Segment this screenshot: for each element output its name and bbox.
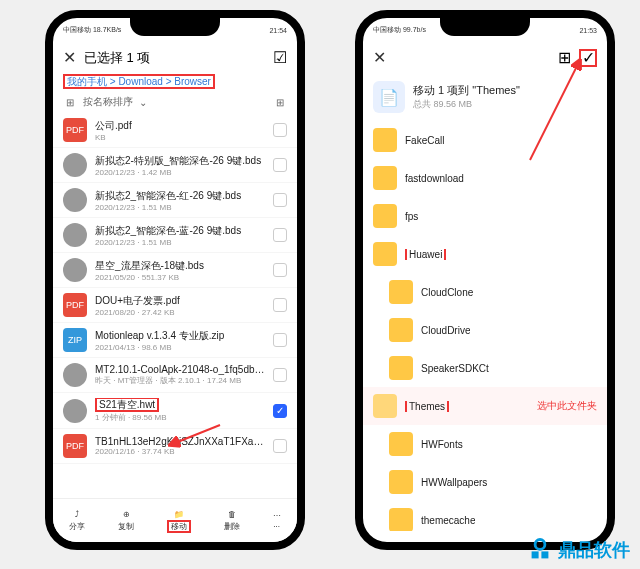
toolbar-复制[interactable]: ⊕复制 bbox=[118, 510, 134, 532]
svg-point-0 bbox=[535, 540, 545, 550]
file-meta: 2020/12/23 · 1.51 MB bbox=[95, 238, 265, 247]
close-icon[interactable]: ✕ bbox=[63, 48, 76, 67]
checkbox[interactable]: ✓ bbox=[273, 404, 287, 418]
file-meta: 2021/04/13 · 98.6 MB bbox=[95, 343, 265, 352]
folder-icon bbox=[389, 432, 413, 456]
brand-text: 鼎品软件 bbox=[558, 538, 630, 562]
file-row[interactable]: 新拟态2-特别版_智能深色-26 9键.bds 2020/12/23 · 1.4… bbox=[53, 148, 297, 183]
file-meta: 2021/05/20 · 551.37 KB bbox=[95, 273, 265, 282]
folder-row[interactable]: HWFonts bbox=[363, 425, 607, 463]
logo-icon bbox=[526, 536, 554, 564]
folder-row[interactable]: FakeCall bbox=[363, 121, 607, 159]
toolbar-label: ··· bbox=[273, 522, 280, 531]
grid-view-icon[interactable]: ⊞ bbox=[273, 95, 287, 109]
status-right: 21:54 bbox=[269, 27, 287, 34]
selected-hint: 选中此文件夹 bbox=[537, 399, 597, 413]
file-name: 星空_流星深色-18键.bds bbox=[95, 259, 265, 273]
folder-name: SpeakerSDKCt bbox=[421, 363, 489, 374]
folder-name: HWFonts bbox=[421, 439, 463, 450]
breadcrumb[interactable]: 我的手机 > Download > Browser bbox=[53, 73, 297, 91]
hwt-icon bbox=[63, 399, 87, 423]
folder-icon bbox=[389, 508, 413, 531]
checkbox[interactable] bbox=[273, 158, 287, 172]
toolbar-分享[interactable]: ⤴分享 bbox=[69, 510, 85, 532]
toolbar-删除[interactable]: 🗑删除 bbox=[224, 510, 240, 532]
checkbox[interactable] bbox=[273, 193, 287, 207]
folder-name: FakeCall bbox=[405, 135, 444, 146]
file-list[interactable]: PDF 公司.pdf KB 新拟态2-特别版_智能深色-26 9键.bds 20… bbox=[53, 113, 297, 503]
toolbar-···[interactable]: ⋯··· bbox=[273, 511, 281, 531]
phone-right: 中国移动 99.7b/s 21:53 ✕ ⊞ ✓ 📄 移动 1 项到 "Them… bbox=[355, 10, 615, 550]
file-name: 新拟态2-特别版_智能深色-26 9键.bds bbox=[95, 154, 265, 168]
bds-icon bbox=[63, 258, 87, 282]
checkbox[interactable] bbox=[273, 298, 287, 312]
file-row[interactable]: MT2.10.1-CoolApk-21048-o_1fq5db815urkhb1… bbox=[53, 358, 297, 393]
file-row[interactable]: 新拟态2_智能深色-蓝-26 9键.bds 2020/12/23 · 1.51 … bbox=[53, 218, 297, 253]
folder-row[interactable]: fastdownload bbox=[363, 159, 607, 197]
new-folder-icon[interactable]: ⊞ bbox=[557, 51, 571, 65]
file-row[interactable]: 新拟态2_智能深色-红-26 9键.bds 2020/12/23 · 1.51 … bbox=[53, 183, 297, 218]
folder-row[interactable]: fps bbox=[363, 197, 607, 235]
folder-icon bbox=[373, 128, 397, 152]
file-name: 公司.pdf bbox=[95, 119, 265, 133]
file-name: S21青空.hwt bbox=[95, 398, 265, 412]
file-row[interactable]: PDF TB1nHL13eH2gK0jSZJnXXaT1FXa.pdf 2020… bbox=[53, 429, 297, 464]
file-name: 新拟态2_智能深色-蓝-26 9键.bds bbox=[95, 224, 265, 238]
sort-label: 按名称排序 bbox=[83, 95, 133, 109]
file-name: TB1nHL13eH2gK0jSZJnXXaT1FXa.pdf bbox=[95, 436, 265, 447]
svg-rect-1 bbox=[532, 551, 539, 558]
select-all-icon[interactable]: ☑ bbox=[273, 51, 287, 65]
folder-row[interactable]: themecache bbox=[363, 501, 607, 531]
toolbar-label: 移动 bbox=[167, 521, 191, 532]
folder-row[interactable]: Themes 选中此文件夹 bbox=[363, 387, 607, 425]
status-left: 中国移动 99.7b/s bbox=[373, 25, 426, 35]
file-row[interactable]: ZIP Motionleap v.1.3.4 专业版.zip 2021/04/1… bbox=[53, 323, 297, 358]
pdf-icon: PDF bbox=[63, 434, 87, 458]
move-header-bar: ✕ ⊞ ✓ bbox=[363, 42, 607, 73]
confirm-icon[interactable]: ✓ bbox=[579, 49, 597, 67]
move-title: 移动 1 项到 "Themes" bbox=[413, 83, 520, 98]
checkbox[interactable] bbox=[273, 368, 287, 382]
zip-icon: ZIP bbox=[63, 328, 87, 352]
folder-name: Huawei bbox=[405, 249, 446, 260]
new-folder-icon[interactable]: ⊞ bbox=[63, 95, 77, 109]
notch bbox=[440, 18, 530, 36]
bds-icon bbox=[63, 223, 87, 247]
file-meta: 1 分钟前 · 89.56 MB bbox=[95, 412, 265, 423]
folder-row[interactable]: CloudDrive bbox=[363, 311, 607, 349]
checkbox[interactable] bbox=[273, 333, 287, 347]
file-row[interactable]: PDF 公司.pdf KB bbox=[53, 113, 297, 148]
file-name: DOU+电子发票.pdf bbox=[95, 294, 265, 308]
toolbar-移动[interactable]: 📁移动 bbox=[167, 510, 191, 532]
toolbar-label: 复制 bbox=[118, 521, 134, 532]
folder-icon bbox=[389, 318, 413, 342]
checkbox[interactable] bbox=[273, 439, 287, 453]
file-row[interactable]: PDF DOU+电子发票.pdf 2021/08/20 · 27.42 KB bbox=[53, 288, 297, 323]
folder-row[interactable]: Huawei bbox=[363, 235, 607, 273]
folder-name: HWWallpapers bbox=[421, 477, 487, 488]
file-name: MT2.10.1-CoolApk-21048-o_1fq5db815urkhb1… bbox=[95, 364, 265, 375]
selection-header: ✕ 已选择 1 项 ☑ bbox=[53, 42, 297, 73]
checkbox[interactable] bbox=[273, 123, 287, 137]
folder-list[interactable]: FakeCall fastdownload fps Huawei CloudCl… bbox=[363, 121, 607, 531]
brand-logo: 鼎品软件 bbox=[526, 536, 630, 564]
checkbox[interactable] bbox=[273, 228, 287, 242]
phone-left: 中国移动 18.7KB/s 21:54 ✕ 已选择 1 项 ☑ 我的手机 > D… bbox=[45, 10, 305, 550]
file-row[interactable]: S21青空.hwt 1 分钟前 · 89.56 MB ✓ bbox=[53, 393, 297, 429]
file-row[interactable]: 星空_流星深色-18键.bds 2021/05/20 · 551.37 KB bbox=[53, 253, 297, 288]
file-meta: 2021/08/20 · 27.42 KB bbox=[95, 308, 265, 317]
checkbox[interactable] bbox=[273, 263, 287, 277]
folder-name: fastdownload bbox=[405, 173, 464, 184]
selection-title: 已选择 1 项 bbox=[84, 49, 265, 67]
sort-bar[interactable]: ⊞ 按名称排序 ⌄ ⊞ bbox=[53, 91, 297, 113]
folder-name: CloudClone bbox=[421, 287, 473, 298]
file-meta: 2020/12/23 · 1.42 MB bbox=[95, 168, 265, 177]
folder-row[interactable]: CloudClone bbox=[363, 273, 607, 311]
close-icon[interactable]: ✕ bbox=[373, 48, 386, 67]
file-name: Motionleap v.1.3.4 专业版.zip bbox=[95, 329, 265, 343]
pdf-icon: PDF bbox=[63, 293, 87, 317]
folder-row[interactable]: SpeakerSDKCt bbox=[363, 349, 607, 387]
toolbar-label: 分享 bbox=[69, 521, 85, 532]
bds-icon bbox=[63, 188, 87, 212]
folder-row[interactable]: HWWallpapers bbox=[363, 463, 607, 501]
